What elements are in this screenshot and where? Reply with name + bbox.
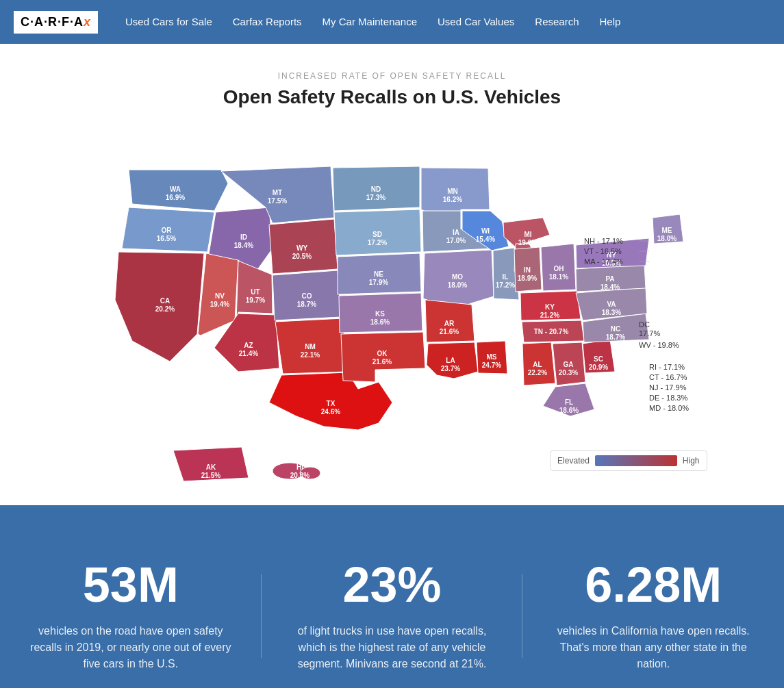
svg-text:MA - 17.4%: MA - 17.4%	[584, 257, 623, 266]
svg-text:CT - 16.7%: CT - 16.7%	[649, 373, 687, 381]
svg-point-80	[300, 467, 320, 479]
stat-desc-2: vehicles in California have open recalls…	[550, 623, 757, 672]
nav-research[interactable]: Research	[535, 16, 579, 27]
map-svg: WA 16.9% OR 16.5% CA 20.2% NV 19.4% ID 1…	[64, 129, 721, 485]
stat-block-0: 53M vehicles on the road have open safet…	[0, 546, 262, 686]
stat-number-0: 53M	[27, 560, 234, 609]
page-title: Open Safety Recalls on U.S. Vehicles	[14, 86, 770, 108]
nav-used-cars[interactable]: Used Cars for Sale	[125, 16, 212, 27]
nav-links: Used Cars for Sale Carfax Reports My Car…	[125, 16, 620, 28]
stat-desc-1: of light trucks in use have open recalls…	[289, 623, 496, 672]
svg-text:VT - 16.5%: VT - 16.5%	[584, 247, 622, 255]
nav-carfax-reports[interactable]: Carfax Reports	[233, 16, 302, 27]
svg-text:DE - 18.3%: DE - 18.3%	[649, 394, 687, 402]
svg-text:RI - 17.1%: RI - 17.1%	[649, 363, 685, 371]
stat-desc-0: vehicles on the road have open safety re…	[27, 623, 234, 672]
logo[interactable]: C·A·R·F·Ax	[14, 11, 98, 34]
legend-high-label: High	[683, 456, 700, 466]
map-legend: Elevated High	[550, 450, 707, 471]
svg-text:MD - 18.0%: MD - 18.0%	[649, 404, 689, 412]
svg-text:NH - 17.1%: NH - 17.1%	[584, 237, 623, 245]
legend-low-label: Elevated	[557, 456, 590, 466]
main-content: INCREASED RATE OF OPEN SAFETY RECALL Ope…	[0, 44, 784, 498]
legend-gradient-bar	[595, 455, 677, 466]
stat-number-1: 23%	[289, 560, 496, 609]
svg-text:WV - 19.8%: WV - 19.8%	[639, 341, 679, 349]
stat-block-1: 23% of light trucks in use have open rec…	[262, 546, 523, 686]
svg-text:DC: DC	[639, 320, 650, 329]
nav-maintenance[interactable]: My Car Maintenance	[323, 16, 417, 27]
us-map: WA 16.9% OR 16.5% CA 20.2% NV 19.4% ID 1…	[64, 129, 721, 485]
stat-number-2: 6.28M	[550, 560, 757, 609]
page-subtitle: INCREASED RATE OF OPEN SAFETY RECALL	[14, 71, 770, 81]
svg-text:NJ - 17.9%: NJ - 17.9%	[649, 383, 687, 392]
svg-text:17.7%: 17.7%	[639, 329, 660, 337]
nav-car-values[interactable]: Used Car Values	[438, 16, 514, 27]
navbar: C·A·R·F·Ax Used Cars for Sale Carfax Rep…	[0, 0, 784, 44]
nav-help[interactable]: Help	[600, 16, 621, 27]
stats-section: 53M vehicles on the road have open safet…	[0, 505, 784, 688]
stat-block-2: 6.28M vehicles in California have open r…	[522, 546, 784, 686]
